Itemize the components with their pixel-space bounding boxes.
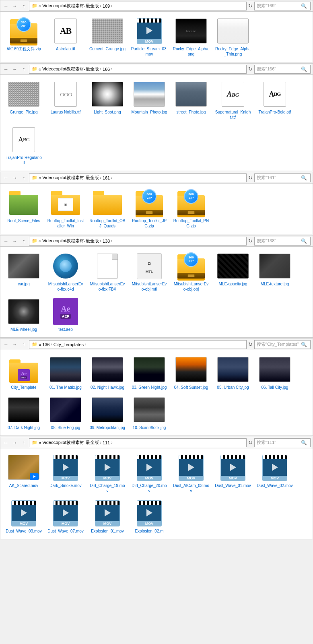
file-item[interactable]: ABG TrajanPro-Bold.otf [255,78,295,122]
file-name: MLE-wheel.jpg [10,327,37,332]
file-item[interactable]: 360ZIP MitsubishiLanserEvo-obj.obj [171,250,211,294]
file-item[interactable]: 360ZIP Rooftop_Toolkit_PNG.zip [171,187,211,231]
search-icon[interactable]: 🔍 [301,238,307,244]
file-item[interactable]: MOV Dust_Wave_02.mov [255,452,295,495]
file-item[interactable]: ABG TrajanPro-Regular.otf [4,124,44,167]
file-item[interactable]: 03. Green Night.jpg [129,353,169,392]
search-input[interactable] [257,239,301,244]
file-item[interactable]: Rocky_Edge_Alpha_Thin.png [213,15,253,59]
search-input[interactable] [257,342,301,347]
file-item[interactable]: ▫ MTL MitsubishiLanserEvo-obj.mtl [129,250,169,294]
forward-btn[interactable]: → [11,175,19,181]
up-btn[interactable]: ↑ [20,66,27,72]
back-btn[interactable]: ← [2,341,10,348]
file-item[interactable]: MOV Dust_Wave_07.mov [45,497,86,536]
file-item[interactable]: ▣ Rooftop_Toolkit_Installer_Win [45,187,86,231]
file-item[interactable]: ▶ AK_Scared.mov [4,452,44,495]
file-item[interactable]: Ae AEP test.aep [45,295,86,334]
refresh-btn[interactable]: ↻ [248,440,253,446]
file-item[interactable]: MOV Dust_Wave_03.mov [4,497,44,536]
file-item[interactable]: Light_Spot.png [87,78,128,122]
back-btn[interactable]: ← [2,66,10,72]
file-item[interactable]: MOV Explosion_01.mov [87,497,128,536]
file-item[interactable]: Roof_Scene_Files [4,187,44,231]
file-item[interactable]: MLE-texture.jpg [255,250,295,294]
forward-btn[interactable]: → [11,66,19,72]
refresh-btn[interactable]: ↻ [248,238,253,244]
search-icon[interactable]: 🔍 [301,342,307,347]
refresh-btn[interactable]: ↻ [248,3,253,9]
file-item[interactable]: 10. Scan Block.jpg [129,394,169,432]
file-icon-mov: MOV [133,454,165,482]
file-item[interactable]: MLE-opacity.jpg [213,250,253,294]
file-item[interactable]: 06. Tall City.jpg [255,353,295,392]
file-icon-image [217,17,249,45]
file-icon-mov: MOV [217,454,249,482]
file-item[interactable]: Cement_Grunge.jpg [87,15,128,59]
back-btn[interactable]: ← [2,238,10,244]
file-item[interactable]: 09. Metropolitan.jpg [87,394,128,432]
file-item[interactable]: MOV Particle_Stream_03.mov [129,15,169,59]
file-item[interactable]: MOV Dirt_Charge_19.mov [87,452,128,495]
file-name: Dark_Smoke.mov [49,483,81,488]
file-item[interactable]: 02. Night Hawk.jpg [87,353,128,392]
file-item[interactable]: 360ZIP AK169工程文件.zip [4,15,44,59]
file-item[interactable]: 01. The Matrix.jpg [45,353,86,392]
search-input[interactable] [257,67,301,72]
file-name: Dust_AtCam_03.mov [173,483,210,493]
file-item[interactable]: AB Astrolab.ttf [45,15,86,59]
file-item[interactable]: texture Rocky_Edge_Alpha.png [171,15,211,59]
back-btn[interactable]: ← [2,440,10,446]
address-bar-city: ← → ↑ 📁 « 136 › City_Templates › ↻ 🔍 [0,339,313,350]
file-item[interactable]: 05. Urban City.jpg [213,353,253,392]
forward-btn[interactable]: → [11,3,19,9]
file-item[interactable]: MLE-wheel.jpg [4,295,44,334]
search-icon[interactable]: 🔍 [301,3,307,9]
file-item[interactable]: 07. Dark Night.jpg [4,394,44,432]
forward-btn[interactable]: → [11,341,19,348]
file-item[interactable]: 08. Blue Fog.jpg [45,394,86,432]
file-icon-image [91,17,124,45]
file-item[interactable]: MOV Dust_AtCam_03.mov [171,452,211,495]
file-item[interactable]: Grunge_Pic.jpg [4,78,44,122]
search-input[interactable] [257,175,301,180]
file-name: Dust_Wave_01.mov [215,483,251,488]
file-icon-font: AB [49,17,82,45]
refresh-btn[interactable]: ↻ [248,175,253,181]
file-item[interactable]: Rooftop_Toolkit_OBJ_Quads [87,187,128,231]
refresh-btn[interactable]: ↻ [248,341,253,347]
file-item[interactable]: MOV Dust_Wave_01.mov [213,452,253,495]
file-item[interactable]: 360ZIP Rooftop_Toolkit_JPG.zip [129,187,169,231]
search-icon[interactable]: 🔍 [301,440,307,446]
search-icon[interactable]: 🔍 [301,66,307,72]
file-item[interactable]: Ae AEP City_Template [4,353,44,392]
refresh-btn[interactable]: ↻ [248,66,253,72]
up-btn[interactable]: ↑ [20,3,27,9]
forward-btn[interactable]: → [11,238,19,244]
file-item[interactable]: car.jpg [4,250,44,294]
file-item[interactable]: MOV Explosion_02.m [129,497,169,536]
file-item[interactable]: ABG Supernatural_Knight.ttf [213,78,253,122]
search-icon[interactable]: 🔍 [301,175,307,181]
file-item[interactable]: Mountain_Photo.jpg [129,78,169,122]
back-btn[interactable]: ← [2,175,10,181]
file-item[interactable]: ○○○ Laurus Nobilis.ttf [45,78,86,122]
search-input[interactable] [257,440,301,445]
search-input[interactable] [257,4,301,8]
file-item[interactable]: MitsubishiLanserEvo-fbx.FBX [87,250,128,294]
file-name: Roof_Scene_Files [7,218,40,223]
file-icon-image [8,80,40,108]
file-item[interactable]: street_Photo.jpg [171,78,211,122]
up-btn[interactable]: ↑ [20,341,27,348]
file-icon-mov: MOV [91,499,124,527]
up-btn[interactable]: ↑ [20,175,27,181]
file-item[interactable]: MOV Dark_Smoke.mov [45,452,86,495]
up-btn[interactable]: ↑ [20,238,27,244]
file-item[interactable]: MOV Dirt_Charge_20.mov [129,452,169,495]
file-name: Supernatural_Knight.ttf [214,109,251,120]
file-item[interactable]: MitsubishiLanserEvo-fbx.c4d [45,250,86,294]
back-btn[interactable]: ← [2,3,10,9]
up-btn[interactable]: ↑ [20,440,27,446]
file-item[interactable]: 04. Soft Sunset.jpg [171,353,211,392]
forward-btn[interactable]: → [11,440,19,446]
